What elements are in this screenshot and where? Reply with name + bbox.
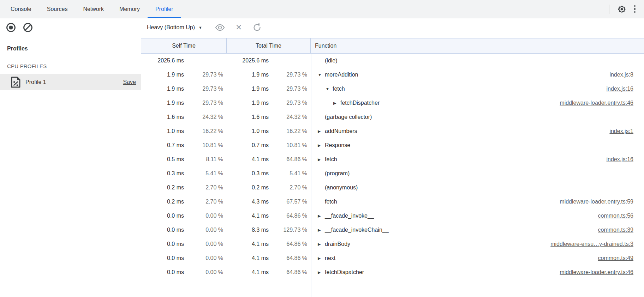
tab-memory[interactable]: Memory <box>112 0 148 18</box>
table-row[interactable]: 0.0 ms 0.00 % 4.1 ms 64.86 % ▶ fetchDisp… <box>141 265 644 279</box>
function-name: __facade_invoke__ <box>325 209 374 223</box>
tree-toggle-icon[interactable]: ▶ <box>318 265 325 279</box>
source-location-link[interactable]: middleware-loader.entry.ts:46 <box>560 96 644 110</box>
total-time-value: 4.1 ms <box>227 152 269 166</box>
function-name: (garbage collector) <box>325 110 372 124</box>
table-row[interactable]: 1.9 ms 29.73 % 1.9 ms 29.73 % ▼ fetch in… <box>141 82 644 96</box>
column-header-function[interactable]: Function <box>311 38 644 53</box>
restore-nodes-button[interactable] <box>252 23 262 32</box>
table-row[interactable]: 0.2 ms 2.70 % 0.2 ms 2.70 % (anonymous) <box>141 181 644 195</box>
column-header-total-time[interactable]: Total Time <box>227 38 311 53</box>
table-row[interactable]: 1.9 ms 29.73 % 1.9 ms 29.73 % ▼ moreAddi… <box>141 68 644 82</box>
total-time-value: 1.6 ms <box>227 110 269 124</box>
self-time-value: 0.0 ms <box>141 209 184 223</box>
source-location-link[interactable]: middleware-loader.entry.ts:59 <box>560 195 644 209</box>
self-time-percent: 29.73 % <box>184 68 227 82</box>
function-cell: ▶ addNumbers index.js:1 <box>311 124 644 138</box>
sidebar-heading: Profiles <box>7 46 141 52</box>
clear-profiles-button[interactable] <box>23 23 33 32</box>
total-time-percent: 64.86 % <box>269 265 311 279</box>
focus-selected-button[interactable] <box>215 24 225 31</box>
table-row[interactable]: 1.6 ms 24.32 % 1.6 ms 24.32 % (garbage c… <box>141 110 644 124</box>
source-location-link[interactable]: common.ts:49 <box>598 251 644 265</box>
total-time-percent: 64.86 % <box>269 209 311 223</box>
table-row[interactable]: 2025.6 ms 2025.6 ms (idle) <box>141 54 644 68</box>
source-location-link[interactable]: middleware-loader.entry.ts:46 <box>560 265 644 279</box>
total-time-value: 1.9 ms <box>227 68 269 82</box>
total-time-value: 2025.6 ms <box>227 54 269 68</box>
total-time-percent: 129.73 % <box>269 223 311 237</box>
tabbar-right-controls <box>609 0 644 18</box>
table-row[interactable]: 0.2 ms 2.70 % 4.3 ms 67.57 % fetch middl… <box>141 195 644 209</box>
profiles-sidebar: Profiles CPU PROFILES Profile 1 Save <box>0 37 141 297</box>
tree-toggle-icon[interactable]: ▶ <box>318 152 325 166</box>
table-row[interactable]: 1.9 ms 29.73 % 1.9 ms 29.73 % ▶ fetchDis… <box>141 96 644 110</box>
function-cell: ▶ fetchDispatcher middleware-loader.entr… <box>311 265 644 279</box>
total-time-percent: 24.32 % <box>269 110 311 124</box>
function-cell: (program) <box>311 166 644 181</box>
total-time-cell: 1.9 ms 29.73 % <box>227 82 311 96</box>
self-time-percent: 16.22 % <box>184 124 227 138</box>
self-time-percent: 0.00 % <box>184 237 227 251</box>
self-time-percent: 0.00 % <box>184 251 227 265</box>
table-row[interactable]: 0.0 ms 0.00 % 8.3 ms 129.73 % ▶ __facade… <box>141 223 644 237</box>
more-options-button[interactable] <box>634 5 636 13</box>
tree-toggle-icon[interactable]: ▶ <box>318 138 325 152</box>
table-row[interactable]: 0.0 ms 0.00 % 4.1 ms 64.86 % ▶ next comm… <box>141 251 644 265</box>
tab-sources[interactable]: Sources <box>39 0 76 18</box>
total-time-value: 4.1 ms <box>227 265 269 279</box>
view-mode-select[interactable]: Heavy (Bottom Up) ▼ <box>147 24 202 31</box>
table-row[interactable]: 0.3 ms 5.41 % 0.3 ms 5.41 % (program) <box>141 166 644 181</box>
tree-toggle-icon[interactable]: ▶ <box>318 251 325 265</box>
tree-toggle-icon[interactable]: ▼ <box>326 82 333 96</box>
record-profile-button[interactable] <box>6 23 16 32</box>
total-time-value: 0.7 ms <box>227 138 269 152</box>
table-row[interactable]: 0.7 ms 10.81 % 0.7 ms 10.81 % ▶ Response <box>141 138 644 152</box>
total-time-value: 4.1 ms <box>227 251 269 265</box>
total-time-percent: 67.57 % <box>269 195 311 209</box>
table-row[interactable]: 0.0 ms 0.00 % 4.1 ms 64.86 % ▶ drainBody… <box>141 237 644 251</box>
self-time-percent: 2.70 % <box>184 181 227 195</box>
source-location-link[interactable]: common.ts:56 <box>598 209 644 223</box>
tree-toggle-icon[interactable]: ▶ <box>318 223 325 237</box>
close-icon: ✕ <box>235 24 242 31</box>
function-cell: ▶ __facade_invoke__ common.ts:56 <box>311 209 644 223</box>
tab-network[interactable]: Network <box>75 0 112 18</box>
profile-document-icon <box>11 77 20 88</box>
tree-toggle-icon[interactable]: ▶ <box>333 96 340 110</box>
function-name: next <box>325 251 335 265</box>
tab-profiler[interactable]: Profiler <box>148 0 181 18</box>
tree-toggle-icon[interactable]: ▶ <box>318 237 325 251</box>
self-time-percent: 2.70 % <box>184 195 227 209</box>
profile-data-grid: Self Time Total Time Function 2025.6 ms … <box>141 37 644 297</box>
source-location-link[interactable]: index.js:8 <box>609 68 644 82</box>
table-row[interactable]: 1.0 ms 16.22 % 1.0 ms 16.22 % ▶ addNumbe… <box>141 124 644 138</box>
source-location-link[interactable]: middleware-ensu…y-drained.ts:3 <box>550 237 644 251</box>
function-cell: ▼ moreAddition index.js:8 <box>311 68 644 82</box>
tree-toggle-icon[interactable]: ▼ <box>318 68 325 82</box>
tree-toggle-icon[interactable]: ▶ <box>318 124 325 138</box>
total-time-value: 1.9 ms <box>227 96 269 110</box>
source-location-link[interactable]: common.ts:39 <box>598 223 644 237</box>
function-name: fetchDispatcher <box>340 96 380 110</box>
delete-node-button[interactable]: ✕ <box>235 24 242 31</box>
table-row[interactable]: 0.5 ms 8.11 % 4.1 ms 64.86 % ▶ fetch ind… <box>141 152 644 166</box>
self-time-value: 0.0 ms <box>141 223 184 237</box>
total-time-cell: 1.9 ms 29.73 % <box>227 96 311 110</box>
total-time-cell: 0.3 ms 5.41 % <box>227 166 311 181</box>
function-name: addNumbers <box>325 124 357 138</box>
tab-console[interactable]: Console <box>3 0 39 18</box>
settings-button[interactable] <box>617 5 626 14</box>
column-header-self-time[interactable]: Self Time <box>141 38 227 53</box>
source-location-link[interactable]: index.js:1 <box>609 124 644 138</box>
table-row[interactable]: 0.0 ms 0.00 % 4.1 ms 64.86 % ▶ __facade_… <box>141 209 644 223</box>
sidebar-item-profile-1[interactable]: Profile 1 Save <box>0 74 141 90</box>
total-time-value: 4.3 ms <box>227 195 269 209</box>
source-location-link[interactable]: index.js:16 <box>607 152 644 166</box>
tree-toggle-icon[interactable]: ▶ <box>318 209 325 223</box>
self-time-percent: 5.41 % <box>184 166 227 181</box>
chevron-down-icon: ▼ <box>198 25 202 30</box>
save-profile-link[interactable]: Save <box>123 79 136 85</box>
source-location-link[interactable]: index.js:16 <box>607 82 644 96</box>
self-time-cell: 0.0 ms 0.00 % <box>141 265 227 279</box>
